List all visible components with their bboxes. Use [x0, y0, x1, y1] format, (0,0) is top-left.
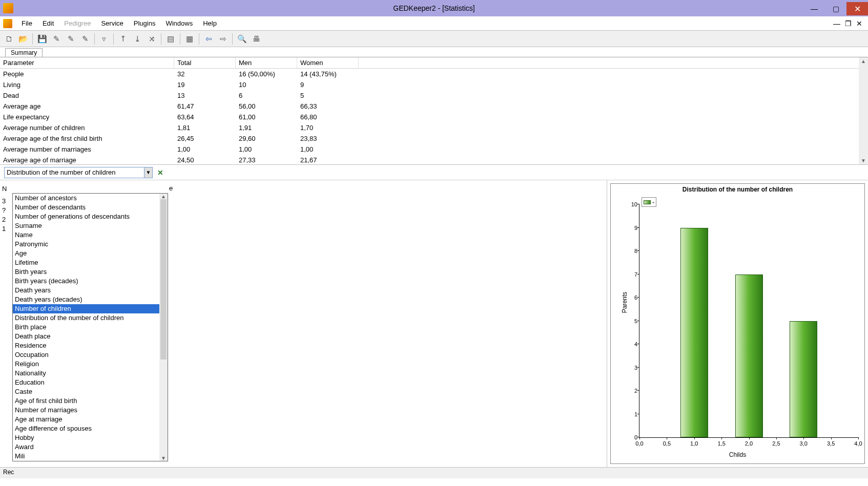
- xtick-label: 1,0: [690, 440, 698, 447]
- dropdown-item[interactable]: Death years: [13, 286, 168, 295]
- header-men[interactable]: Men: [236, 57, 297, 68]
- window-title: GEDKeeper2 - [Statistics]: [393, 4, 475, 12]
- filter-icon[interactable]: ▿: [97, 32, 111, 46]
- dropdown-item[interactable]: Birth place: [13, 323, 168, 332]
- nav-forward-icon[interactable]: ⇨: [216, 32, 230, 46]
- close-button[interactable]: ✕: [846, 2, 868, 15]
- table-row[interactable]: Average number of children1,811,911,70: [0, 122, 868, 133]
- table-row[interactable]: Average age61,4756,0066,33: [0, 101, 868, 112]
- dropdown-item[interactable]: Hobby: [13, 433, 168, 442]
- cell-param: Average age: [0, 101, 174, 112]
- dropdown-item[interactable]: Death place: [13, 332, 168, 341]
- statusbar-text: Rec: [3, 469, 14, 476]
- mdi-restore-button[interactable]: ❐: [842, 19, 854, 28]
- dropdown-item[interactable]: Age of first child birth: [13, 396, 168, 406]
- dropdown-item[interactable]: Patronymic: [13, 240, 168, 249]
- cell-param: People: [0, 69, 174, 79]
- delete-record-icon[interactable]: ✎: [78, 32, 92, 46]
- dropdown-scrollbar[interactable]: ▲▼: [159, 194, 168, 461]
- legend-swatch: [644, 200, 651, 204]
- distribution-dropdown[interactable]: Number of ancestorsNumber of descendants…: [12, 193, 168, 461]
- stats-table: Parameter Total Men Women People3216 (50…: [0, 57, 868, 165]
- dropdown-item[interactable]: Number of generations of descendants: [13, 212, 168, 221]
- menu-windows[interactable]: Windows: [160, 17, 198, 29]
- dropdown-item[interactable]: Birth years (decades): [13, 277, 168, 286]
- export-excel-icon[interactable]: ✕: [156, 168, 165, 177]
- tree-descendants-icon[interactable]: ⤓: [131, 32, 144, 46]
- dropdown-item[interactable]: Surname: [13, 221, 168, 230]
- menu-file[interactable]: File: [16, 17, 37, 29]
- print-icon[interactable]: 🖶: [250, 32, 263, 46]
- dropdown-item[interactable]: Occupation: [13, 350, 168, 360]
- table-scrollbar[interactable]: ▲ ▼: [859, 57, 868, 164]
- edit-record-icon[interactable]: ✎: [50, 32, 63, 46]
- dropdown-item[interactable]: Age at marriage: [13, 415, 168, 424]
- maximize-button[interactable]: ▢: [825, 2, 846, 15]
- menu-edit[interactable]: Edit: [37, 17, 59, 29]
- preview-icon[interactable]: 🔍: [235, 32, 249, 46]
- dropdown-item[interactable]: Name: [13, 230, 168, 240]
- dropdown-item[interactable]: Lifetime: [13, 258, 168, 267]
- chart-bar: [680, 228, 708, 438]
- chart-plot: 0123456789100,00,51,01,52,02,53,03,54,0: [639, 204, 858, 438]
- table-row[interactable]: Average age of the first child birth26,4…: [0, 133, 868, 144]
- scroll-up-icon[interactable]: ▲: [860, 57, 867, 65]
- menu-service[interactable]: Service: [96, 17, 128, 29]
- pedigree-icon[interactable]: ▤: [164, 32, 177, 46]
- dropdown-item[interactable]: Death years (decades): [13, 295, 168, 304]
- tree-both-icon[interactable]: ⤨: [145, 32, 158, 46]
- dropdown-item[interactable]: Religion: [13, 360, 168, 369]
- dropdown-item[interactable]: Mili: [13, 452, 168, 461]
- dropdown-item[interactable]: Number of children: [13, 304, 168, 313]
- summary-tab-label[interactable]: Summary: [5, 48, 43, 57]
- dropdown-item[interactable]: Age: [13, 249, 168, 258]
- header-parameter[interactable]: Parameter: [0, 57, 174, 68]
- add-record-icon[interactable]: ✎: [64, 32, 77, 46]
- chevron-down-icon[interactable]: ▼: [144, 167, 152, 178]
- save-icon[interactable]: 💾: [35, 32, 49, 46]
- dropdown-item[interactable]: Nationality: [13, 369, 168, 378]
- xtick-label: 3,0: [800, 440, 808, 447]
- ytick-label: 9: [626, 225, 637, 231]
- mdi-minimize-button[interactable]: —: [831, 19, 842, 28]
- header-total[interactable]: Total: [174, 57, 236, 68]
- cell-women: 1,70: [297, 122, 359, 133]
- table-row[interactable]: Living19109: [0, 79, 868, 90]
- menu-plugins[interactable]: Plugins: [129, 17, 161, 29]
- stats-icon[interactable]: ▦: [183, 32, 196, 46]
- table-row[interactable]: Dead1365: [0, 90, 868, 101]
- xtick-label: 0,5: [663, 440, 671, 447]
- dropdown-item[interactable]: Caste: [13, 387, 168, 396]
- table-row[interactable]: Average number of marriages1,001,001,00: [0, 144, 868, 155]
- cell-param: Living: [0, 79, 174, 90]
- cell-total: 19: [174, 79, 236, 90]
- dropdown-item[interactable]: Education: [13, 378, 168, 387]
- dropdown-item[interactable]: Award: [13, 442, 168, 452]
- open-file-icon[interactable]: 📂: [16, 32, 30, 46]
- cell-men: 56,00: [236, 101, 297, 112]
- menu-pedigree[interactable]: Pedigree: [59, 17, 96, 29]
- tree-ancestors-icon[interactable]: ⤒: [116, 32, 130, 46]
- distribution-combo[interactable]: Distribution of the number of children ▼: [4, 167, 153, 178]
- new-file-icon[interactable]: 🗋: [2, 32, 15, 46]
- dropdown-item[interactable]: Residence: [13, 341, 168, 350]
- dropdown-item[interactable]: Birth years: [13, 267, 168, 277]
- table-row[interactable]: People3216 (50,00%)14 (43,75%): [0, 69, 868, 79]
- header-women[interactable]: Women: [297, 57, 359, 68]
- dropdown-item[interactable]: Number of ancestors: [13, 194, 168, 203]
- dropdown-item[interactable]: Number of marriages: [13, 406, 168, 415]
- chart-bar: [790, 321, 817, 438]
- mdi-close-button[interactable]: ✕: [854, 19, 865, 28]
- scroll-down-icon[interactable]: ▼: [860, 157, 867, 164]
- minimize-button[interactable]: —: [803, 2, 825, 15]
- cell-men: 27,33: [236, 155, 297, 165]
- menu-help[interactable]: Help: [198, 17, 222, 29]
- table-row[interactable]: Life expectancy63,6461,0066,80: [0, 112, 868, 122]
- cell-men: 16 (50,00%): [236, 69, 297, 79]
- table-row[interactable]: Average age of marriage24,5027,3321,67: [0, 155, 868, 165]
- dropdown-item[interactable]: Age difference of spouses: [13, 424, 168, 433]
- menubar: File Edit Pedigree Service Plugins Windo…: [0, 16, 868, 31]
- nav-back-icon[interactable]: ⇦: [202, 32, 215, 46]
- dropdown-item[interactable]: Distribution of the number of children: [13, 313, 168, 323]
- dropdown-item[interactable]: Number of descendants: [13, 203, 168, 212]
